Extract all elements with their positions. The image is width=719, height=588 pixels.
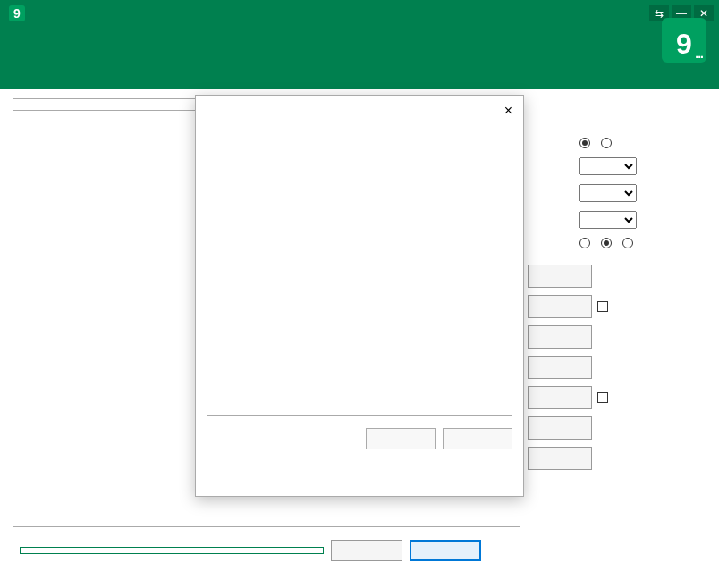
- output-path-field[interactable]: [20, 547, 324, 554]
- folder-tree[interactable]: [207, 139, 512, 416]
- dialog-cancel-button[interactable]: [443, 428, 512, 449]
- dialog-subtitle: [196, 126, 523, 139]
- format-select[interactable]: [579, 157, 637, 175]
- app-logo-small: 9: [9, 5, 25, 21]
- radio-small[interactable]: [622, 238, 635, 248]
- radio-msoffice[interactable]: [579, 138, 592, 148]
- include-subdir-checkbox[interactable]: [597, 301, 610, 312]
- view-result-button[interactable]: [331, 540, 402, 561]
- dialog-close-icon[interactable]: ×: [504, 103, 512, 119]
- brand-logo: 9: [662, 18, 706, 63]
- clear-list-button[interactable]: [528, 356, 592, 379]
- register-button[interactable]: [528, 447, 592, 470]
- start-convert-button[interactable]: [528, 386, 592, 409]
- browse-folder-dialog: ×: [195, 95, 524, 497]
- remove-file-button[interactable]: [528, 325, 592, 349]
- add-dir-button[interactable]: [528, 295, 592, 318]
- radio-large[interactable]: [579, 238, 592, 248]
- rows-select[interactable]: [579, 184, 637, 202]
- add-file-button[interactable]: [528, 265, 592, 288]
- change-dir-button[interactable]: [410, 540, 481, 561]
- dialog-ok-button[interactable]: [366, 428, 436, 449]
- radio-wps[interactable]: [601, 138, 613, 148]
- about-button[interactable]: [528, 416, 592, 440]
- cols-select[interactable]: [579, 211, 637, 229]
- radio-medium[interactable]: [601, 238, 613, 248]
- no-stitch-checkbox[interactable]: [597, 392, 610, 403]
